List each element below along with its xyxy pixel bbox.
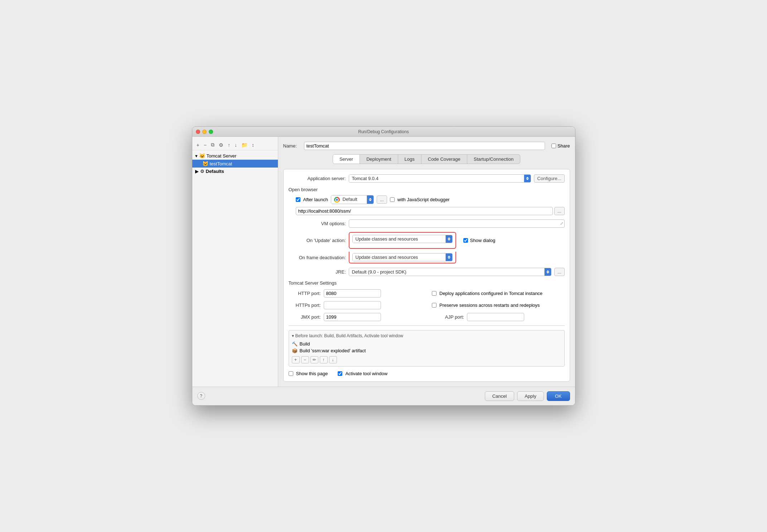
ajp-port-input[interactable]	[467, 313, 524, 321]
sort-button[interactable]: ↕	[250, 141, 256, 149]
on-frame-label: On frame deactivation:	[289, 255, 346, 260]
tab-deployment[interactable]: Deployment	[360, 155, 398, 164]
remove-config-button[interactable]: −	[202, 141, 208, 149]
before-launch-expand-icon: ▾	[292, 333, 294, 338]
show-this-page-label: Show this page	[296, 371, 328, 376]
browser-arrow-btn[interactable]	[367, 195, 373, 204]
add-config-button[interactable]: +	[195, 141, 201, 149]
jre-value: Default (9.0 - project SDK)	[349, 268, 544, 276]
name-field-label: Name:	[283, 143, 301, 149]
sidebar-item-tomcat-server[interactable]: ▾ 🐱 Tomcat Server	[192, 152, 278, 160]
jre-more-btn[interactable]: ...	[554, 268, 565, 276]
open-browser-label: Open browser	[289, 187, 318, 192]
port-grid: HTTP port: Deploy applications configure…	[289, 289, 565, 321]
app-server-select[interactable]: Tomcat 9.0.4	[349, 174, 531, 183]
tab-startup-connection[interactable]: Startup/Connection	[467, 155, 520, 164]
apply-button[interactable]: Apply	[517, 391, 544, 401]
jre-row: JRE: Default (9.0 - project SDK) ...	[289, 268, 565, 276]
before-launch-remove-btn[interactable]: −	[301, 356, 309, 363]
before-launch-add-btn[interactable]: +	[292, 356, 300, 363]
tomcat-settings-section: Tomcat Server Settings HTTP port: Deploy…	[289, 280, 565, 321]
folder-button[interactable]: 📁	[240, 141, 249, 149]
configure-button[interactable]: Configure...	[534, 174, 564, 183]
tabs-bar: Server Deployment Logs Code Coverage Sta…	[333, 154, 520, 164]
after-launch-checkbox[interactable]	[296, 197, 300, 202]
preserve-sessions-checkbox[interactable]	[432, 303, 436, 308]
show-dialog-checkbox[interactable]	[463, 238, 468, 243]
jmx-port-input[interactable]	[324, 313, 381, 321]
open-browser-section: Open browser After launch Default	[289, 187, 565, 215]
sidebar-item-test-tomcat[interactable]: 🐱 testTomcat	[192, 160, 278, 168]
sidebar-item-defaults[interactable]: ▶ ⚙ Defaults	[192, 168, 278, 175]
maximize-button[interactable]	[209, 130, 213, 134]
activate-tool-window-label: Activate tool window	[345, 371, 387, 376]
on-update-select-row: Update classes and resources	[352, 235, 453, 243]
url-input[interactable]	[296, 207, 553, 215]
vm-options-input[interactable]	[349, 219, 565, 228]
bottom-options-row: Show this page Activate tool window	[289, 371, 565, 376]
bottom-left: ?	[197, 392, 205, 400]
show-dialog-label: Show dialog	[470, 238, 496, 243]
before-launch-down-btn[interactable]: ↓	[329, 356, 337, 363]
move-up-button[interactable]: ↑	[226, 141, 232, 149]
activate-tool-window-checkbox[interactable]	[338, 371, 342, 376]
name-input[interactable]	[304, 142, 545, 150]
ok-button[interactable]: OK	[547, 391, 570, 401]
close-button[interactable]	[196, 130, 200, 134]
on-update-arrow-down	[448, 239, 450, 241]
show-dialog-row: Show dialog	[463, 238, 496, 243]
before-launch-edit-btn[interactable]: ✏	[310, 356, 318, 363]
before-launch-item-0: 🔨 Build	[292, 340, 561, 347]
url-more-btn[interactable]: ...	[554, 207, 565, 215]
cancel-button[interactable]: Cancel	[485, 391, 514, 401]
share-checkbox[interactable]	[551, 144, 556, 148]
jre-label: JRE:	[289, 269, 346, 275]
browser-select[interactable]: Default	[331, 195, 374, 204]
before-launch-section: ▾ Before launch: Build, Build Artifacts,…	[289, 330, 565, 367]
on-frame-arrow-btn[interactable]	[445, 253, 452, 261]
tab-code-coverage[interactable]: Code Coverage	[421, 155, 467, 164]
main-window: Run/Debug Configurations + − ⧉ ⚙ ↑ ↓ 📁 ↕…	[192, 126, 575, 406]
tab-logs[interactable]: Logs	[398, 155, 421, 164]
vm-options-row: VM options: ⤢	[289, 219, 565, 228]
http-port-input[interactable]	[324, 289, 381, 298]
js-debugger-checkbox[interactable]	[390, 197, 395, 202]
tab-server[interactable]: Server	[333, 155, 360, 164]
browser-more-btn[interactable]: ...	[377, 195, 387, 204]
after-launch-row: After launch Default ...	[296, 195, 565, 204]
before-launch-up-btn[interactable]: ↑	[320, 356, 328, 363]
settings-config-button[interactable]: ⚙	[217, 141, 225, 149]
app-server-label: Application server:	[289, 176, 346, 181]
minimize-button[interactable]	[202, 130, 207, 134]
https-port-input[interactable]	[324, 301, 381, 309]
on-update-arrow-btn[interactable]	[445, 235, 452, 243]
tomcat-server-label: Tomcat Server	[207, 153, 237, 159]
jre-arrow-btn[interactable]	[544, 268, 551, 276]
app-server-row: Application server: Tomcat 9.0.4 Configu…	[289, 174, 565, 183]
show-this-page-checkbox[interactable]	[289, 371, 293, 376]
jre-arrow-up	[546, 270, 549, 272]
on-update-select[interactable]: Update classes and resources	[352, 235, 453, 243]
on-frame-select[interactable]: Update classes and resources	[352, 253, 453, 261]
tomcat-server-group: ▾ 🐱 Tomcat Server 🐱 testTomcat	[192, 152, 278, 168]
on-update-label: On 'Update' action:	[289, 238, 346, 243]
copy-config-button[interactable]: ⧉	[209, 141, 216, 149]
defaults-arrow-icon: ▶	[195, 169, 199, 174]
help-button[interactable]: ?	[197, 392, 205, 400]
main-panel: Name: Share Server Deployment Logs Code …	[278, 137, 575, 387]
arrow-down-icon	[526, 179, 529, 180]
test-tomcat-label: testTomcat	[210, 161, 232, 166]
deploy-apps-label: Deploy applications configured in Tomcat…	[439, 291, 542, 296]
expand-icon[interactable]: ⤢	[560, 221, 563, 226]
app-server-arrow-btn[interactable]	[524, 175, 531, 182]
deploy-apps-checkbox[interactable]	[432, 291, 436, 296]
on-frame-arrow-down	[448, 257, 450, 259]
build-icon: 🔨	[292, 341, 298, 347]
on-update-value: Update classes and resources	[353, 235, 445, 243]
move-down-button[interactable]: ↓	[233, 141, 238, 149]
jre-select[interactable]: Default (9.0 - project SDK)	[349, 268, 551, 276]
on-frame-row: On frame deactivation: Update classes an…	[289, 252, 565, 263]
chrome-icon	[334, 197, 340, 203]
http-port-label: HTTP port:	[289, 291, 321, 296]
browser-value: Default	[331, 195, 367, 204]
